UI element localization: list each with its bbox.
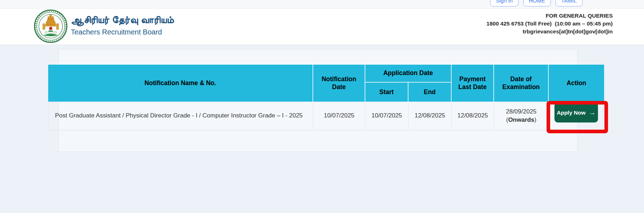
arrow-right-icon: → <box>589 109 596 116</box>
site-header: Sign In HOME TAMIL <box>0 0 644 45</box>
payment-last-date-cell: 12/08/2025 <box>452 102 494 130</box>
col-header-application-date: Application Date <box>365 65 452 83</box>
exam-date-cell: 28/09/2025 (Onwards) <box>494 102 549 130</box>
col-header-notification-date: Notification Date <box>313 65 365 102</box>
tamil-language-button[interactable]: TAMIL <box>556 0 583 6</box>
queries-heading: FOR GENERAL QUERIES <box>487 12 613 20</box>
col-header-notification-name: Notification Name & No. <box>48 65 313 102</box>
tn-government-emblem-logo <box>34 9 68 43</box>
application-end-cell: 12/08/2025 <box>408 102 452 130</box>
site-title-block: ஆசிரியர் தேர்வு வாரியம் Teachers Recruit… <box>71 14 174 36</box>
notification-row: Post Graduate Assistant / Physical Direc… <box>48 102 604 130</box>
queries-phone: 1800 425 6753 (Toll Free) (10:00 am – 05… <box>487 20 613 28</box>
action-cell: Apply Now → <box>549 102 604 130</box>
site-title-english: Teachers Recruitment Board <box>71 28 174 36</box>
notification-name-cell: Post Graduate Assistant / Physical Direc… <box>48 102 313 130</box>
col-header-action: Action <box>549 65 604 102</box>
trb-notifications-page: Sign In HOME TAMIL <box>0 0 644 213</box>
apply-now-button[interactable]: Apply Now → <box>554 103 598 122</box>
site-title-tamil: ஆசிரியர் தேர்வு வாரியம் <box>71 14 174 26</box>
application-start-cell: 10/07/2025 <box>365 102 408 130</box>
sign-in-button[interactable]: Sign In <box>490 0 519 6</box>
notifications-table: Notification Name & No. Notification Dat… <box>48 65 604 130</box>
top-nav-buttons: Sign In HOME TAMIL <box>490 0 583 6</box>
exam-date: 28/09/2025 <box>495 108 547 116</box>
general-queries-block: FOR GENERAL QUERIES 1800 425 6753 (Toll … <box>487 12 613 36</box>
col-header-end: End <box>408 83 452 102</box>
col-header-payment-last-date: Payment Last Date <box>452 65 494 102</box>
home-button[interactable]: HOME <box>523 0 551 6</box>
apply-now-label: Apply Now <box>557 110 585 116</box>
col-header-start: Start <box>365 83 408 102</box>
notification-date-cell: 10/07/2025 <box>313 102 365 130</box>
col-header-date-of-examination: Date of Examination <box>494 65 549 102</box>
exam-date-note: (Onwards) <box>495 116 547 124</box>
queries-email: trbgrievances[at]tn[dot]gov[dot]in <box>487 28 613 36</box>
